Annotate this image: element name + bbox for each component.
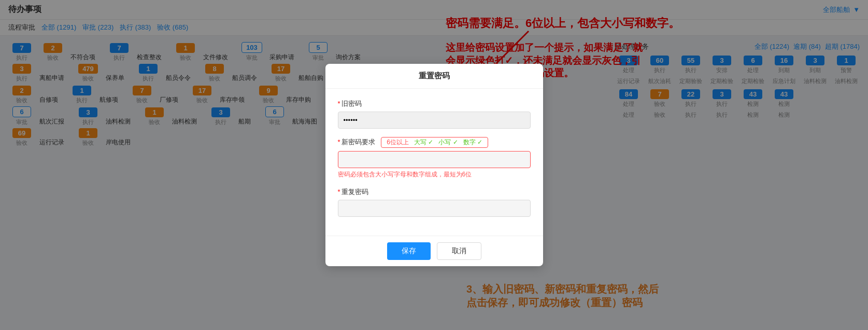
save-button[interactable]: 保存 [387, 242, 431, 260]
req-length: 6位以上 [387, 138, 409, 147]
modal-footer: 保存 取消 [325, 236, 543, 266]
req-lowercase: 小写 ✓ [438, 138, 458, 147]
new-password-group: *新密码要求 6位以上 大写 ✓ 小写 ✓ [338, 137, 531, 179]
modal-overlay: 重置密码 *旧密码 *新密码要求 6位以上 [0, 0, 868, 330]
new-password-label: *新密码要求 6位以上 大写 ✓ 小写 ✓ [338, 137, 531, 148]
old-password-group: *旧密码 [338, 99, 531, 129]
repeat-password-group: *重复密码 [338, 187, 531, 217]
req-number: 数字 ✓ [463, 138, 482, 147]
new-password-input[interactable] [338, 151, 531, 168]
reset-password-modal: 重置密码 *旧密码 *新密码要求 6位以上 [325, 64, 543, 266]
old-password-input[interactable] [338, 112, 531, 129]
old-password-label: *旧密码 [338, 99, 531, 108]
cancel-button[interactable]: 取消 [437, 242, 481, 260]
modal-body: *旧密码 *新密码要求 6位以上 大写 ✓ [325, 89, 543, 236]
repeat-password-label: *重复密码 [338, 187, 531, 197]
req-uppercase: 大写 ✓ [414, 138, 433, 147]
error-message: 密码必须包含大小写字母和数字组成，最短为6位 [338, 170, 531, 179]
repeat-password-input[interactable] [338, 200, 531, 217]
page-container: 待办事项 全部船舶 ▼ 流程审批 全部 (1291) 审批 (223) 执行 (… [0, 0, 868, 330]
modal-title: 重置密码 [325, 64, 543, 89]
req-box: 6位以上 大写 ✓ 小写 ✓ 数字 [381, 137, 488, 148]
